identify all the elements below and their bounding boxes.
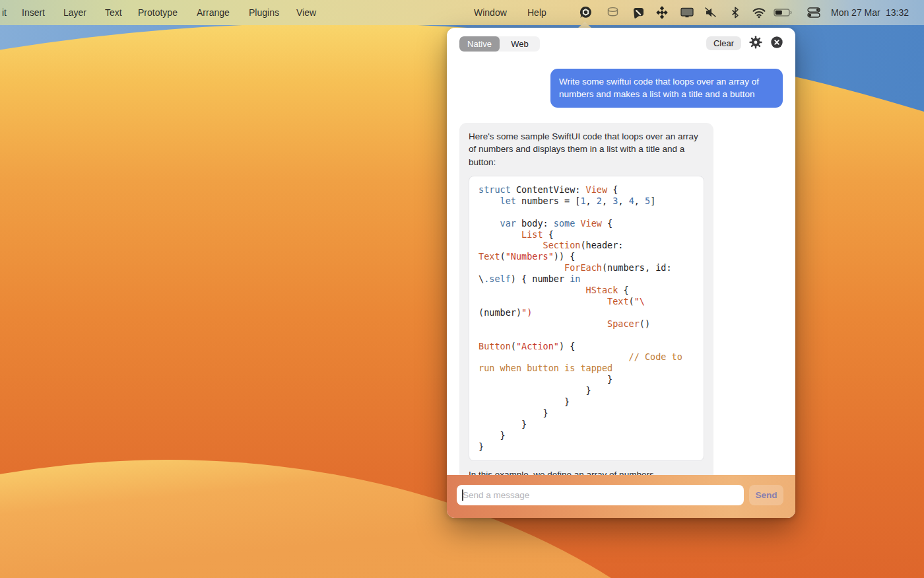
menu-item-text[interactable]: Text bbox=[105, 0, 122, 25]
menu-bar-clock[interactable]: 13:32 bbox=[886, 0, 909, 25]
mode-segmented-control: Native Web bbox=[459, 36, 540, 52]
menu-item-view[interactable]: View bbox=[296, 0, 316, 25]
popover-header: Native Web Clear bbox=[447, 28, 795, 59]
bluetooth-icon[interactable] bbox=[730, 7, 741, 19]
menu-item-edit-partial[interactable]: it bbox=[2, 0, 7, 25]
close-button[interactable] bbox=[770, 36, 783, 50]
close-icon bbox=[770, 36, 783, 51]
chat-transcript: Write some swiftui code that loops over … bbox=[447, 59, 795, 518]
display-icon[interactable] bbox=[680, 7, 694, 19]
code-block: struct ContentView: View { let numbers =… bbox=[469, 176, 704, 461]
assistant-message-card: Here's some sample SwiftUI code that loo… bbox=[459, 123, 713, 490]
menu-item-help[interactable]: Help bbox=[527, 0, 546, 25]
menu-item-arrange[interactable]: Arrange bbox=[197, 0, 230, 25]
tab-native[interactable]: Native bbox=[459, 36, 500, 52]
jar-icon[interactable] bbox=[606, 7, 620, 19]
battery-icon[interactable] bbox=[774, 7, 793, 19]
menu-item-plugins[interactable]: Plugins bbox=[249, 0, 279, 25]
menu-item-window[interactable]: Window bbox=[474, 0, 507, 25]
send-button[interactable]: Send bbox=[749, 485, 783, 505]
text-caret bbox=[462, 489, 463, 501]
assistant-intro-text: Here's some sample SwiftUI code that loo… bbox=[469, 130, 704, 168]
settings-button[interactable] bbox=[748, 36, 762, 50]
menu-bar-date[interactable]: Mon 27 Mar bbox=[831, 0, 880, 25]
wifi-icon[interactable] bbox=[751, 7, 767, 19]
volume-mute-icon[interactable] bbox=[704, 7, 718, 19]
chat-popover: Native Web Clear bbox=[447, 28, 795, 518]
control-center-icon[interactable] bbox=[807, 7, 821, 19]
gear-icon bbox=[749, 36, 762, 51]
menu-item-layer[interactable]: Layer bbox=[63, 0, 86, 25]
diamonds-icon[interactable] bbox=[655, 6, 669, 19]
user-message-bubble: Write some swiftui code that loops over … bbox=[550, 69, 783, 108]
tab-web[interactable]: Web bbox=[500, 36, 540, 52]
desktop: it Insert Layer Text Prototype Arrange P… bbox=[0, 0, 924, 578]
menu-bar: it Insert Layer Text Prototype Arrange P… bbox=[0, 0, 924, 25]
message-input[interactable] bbox=[457, 485, 744, 505]
chatgpt-icon[interactable] bbox=[579, 6, 593, 20]
menu-item-insert[interactable]: Insert bbox=[22, 0, 45, 25]
shape-tool-icon[interactable] bbox=[631, 6, 646, 20]
composer-bar: Send bbox=[447, 475, 795, 518]
clear-button[interactable]: Clear bbox=[706, 36, 741, 50]
menu-item-prototype[interactable]: Prototype bbox=[138, 0, 178, 25]
